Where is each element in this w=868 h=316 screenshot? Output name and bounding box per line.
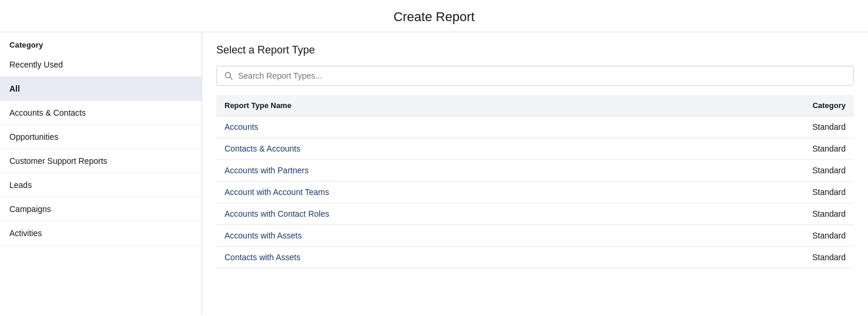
report-table-body: AccountsStandardContacts & AccountsStand… [216, 116, 854, 268]
sidebar-item-accounts-contacts[interactable]: Accounts & Contacts [0, 101, 202, 125]
report-category: Standard [772, 138, 854, 160]
svg-line-1 [230, 77, 232, 79]
table-row[interactable]: Accounts with Contact RolesStandard [216, 203, 854, 225]
sidebar-item-all[interactable]: All [0, 77, 202, 101]
search-icon [224, 71, 233, 80]
table-row[interactable]: Contacts & AccountsStandard [216, 138, 854, 160]
sidebar-items-container: Recently UsedAllAccounts & ContactsOppor… [0, 53, 202, 246]
section-title: Select a Report Type [216, 44, 854, 56]
col-header-name: Report Type Name [216, 95, 772, 116]
report-type-name: Accounts with Contact Roles [216, 203, 772, 225]
sidebar-item-leads[interactable]: Leads [0, 173, 202, 197]
table-row[interactable]: Accounts with AssetsStandard [216, 225, 854, 247]
table-header-row: Report Type Name Category [216, 95, 854, 116]
table-row[interactable]: AccountsStandard [216, 116, 854, 138]
content-area: Select a Report Type Report Type Name Ca… [202, 32, 868, 314]
svg-point-0 [225, 72, 230, 78]
table-row[interactable]: Accounts with PartnersStandard [216, 160, 854, 181]
main-container: Category Recently UsedAllAccounts & Cont… [0, 32, 868, 314]
report-category: Standard [772, 203, 854, 225]
report-type-name: Accounts with Partners [216, 160, 772, 181]
table-row[interactable]: Contacts with AssetsStandard [216, 247, 854, 268]
sidebar: Category Recently UsedAllAccounts & Cont… [0, 32, 202, 314]
search-input[interactable] [238, 71, 846, 80]
report-category: Standard [772, 160, 854, 181]
report-table: Report Type Name Category AccountsStanda… [216, 95, 854, 268]
sidebar-item-opportunities[interactable]: Opportunities [0, 125, 202, 149]
sidebar-item-campaigns[interactable]: Campaigns [0, 197, 202, 221]
report-type-name: Accounts with Assets [216, 225, 772, 247]
search-wrapper [216, 66, 854, 86]
table-row[interactable]: Account with Account TeamsStandard [216, 181, 854, 203]
report-type-name: Contacts with Assets [216, 247, 772, 268]
page-header: Create Report [0, 0, 868, 32]
sidebar-section-header: Category [0, 32, 202, 53]
report-category: Standard [772, 247, 854, 268]
report-type-name: Account with Account Teams [216, 181, 772, 203]
page-title: Create Report [0, 9, 868, 25]
report-category: Standard [772, 225, 854, 247]
col-header-category: Category [772, 95, 854, 116]
report-category: Standard [772, 181, 854, 203]
sidebar-item-customer-support-reports[interactable]: Customer Support Reports [0, 149, 202, 173]
sidebar-item-recently-used[interactable]: Recently Used [0, 53, 202, 77]
report-type-name: Accounts [216, 116, 772, 138]
report-type-name: Contacts & Accounts [216, 138, 772, 160]
report-category: Standard [772, 116, 854, 138]
sidebar-item-activities[interactable]: Activities [0, 221, 202, 246]
